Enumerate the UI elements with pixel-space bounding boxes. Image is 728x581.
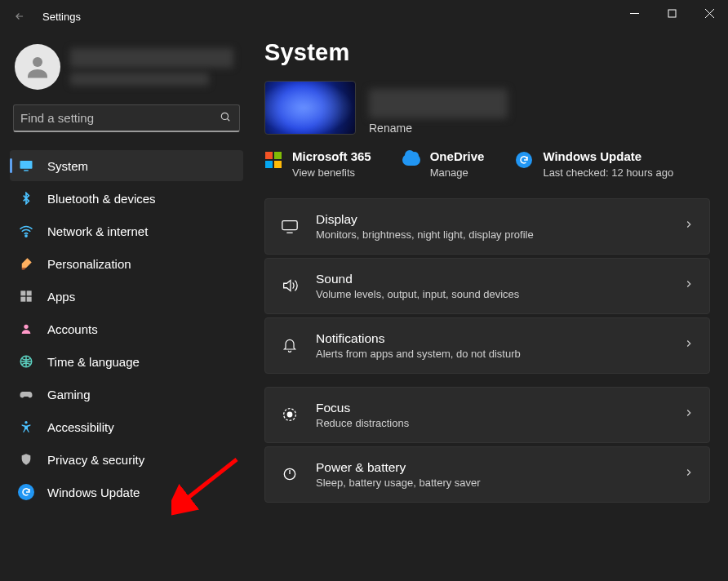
card-power[interactable]: Power & battery Sleep, battery usage, ba… (264, 446, 710, 503)
chevron-right-icon (683, 219, 695, 233)
svg-rect-4 (20, 161, 33, 169)
quick-title: Windows Update (543, 149, 673, 163)
svg-point-16 (287, 413, 292, 418)
chevron-right-icon (683, 467, 695, 481)
sidebar-item-label: Windows Update (47, 486, 140, 499)
gamepad-icon (18, 386, 34, 402)
sidebar-item-gaming[interactable]: Gaming (10, 379, 243, 410)
sidebar-item-label: Time & language (47, 355, 140, 369)
clock-globe-icon (18, 353, 34, 370)
focus-icon (280, 405, 300, 424)
quick-title: OneDrive (430, 149, 485, 163)
quick-windowsupdate[interactable]: Windows Update Last checked: 12 hours ag… (515, 149, 673, 180)
back-button[interactable] (11, 8, 28, 24)
microsoft-logo-icon (264, 151, 282, 169)
window-title: Settings (42, 11, 81, 23)
card-title: Notifications (316, 331, 667, 346)
sidebar-item-label: Bluetooth & devices (47, 192, 156, 206)
user-profile[interactable] (0, 44, 253, 104)
update-icon (18, 484, 34, 500)
sidebar-item-label: Personalization (47, 257, 131, 271)
card-title: Sound (316, 272, 667, 286)
search-input[interactable] (14, 111, 211, 125)
rename-link[interactable]: Rename (369, 122, 508, 135)
sound-icon (280, 276, 300, 295)
minimize-button[interactable] (615, 0, 653, 26)
quick-onedrive[interactable]: OneDrive Manage (402, 149, 485, 180)
user-email-redacted (70, 73, 209, 86)
device-name-redacted (369, 89, 508, 118)
card-title: Display (316, 212, 667, 227)
paintbrush-icon (18, 255, 34, 272)
quick-title: Microsoft 365 (292, 149, 371, 163)
card-display[interactable]: Display Monitors, brightness, night ligh… (264, 198, 710, 255)
svg-rect-10 (27, 297, 32, 302)
sidebar-item-time[interactable]: Time & language (10, 346, 243, 377)
person-icon (18, 321, 34, 337)
card-title: Focus (316, 401, 667, 415)
sidebar-item-personalization[interactable]: Personalization (10, 248, 243, 279)
sidebar-item-accessibility[interactable]: Accessibility (10, 411, 243, 442)
wifi-icon (18, 223, 34, 239)
svg-point-13 (24, 421, 27, 424)
quick-microsoft365[interactable]: Microsoft 365 View benefits (264, 149, 371, 180)
bluetooth-icon (18, 190, 34, 206)
search-box[interactable] (13, 104, 240, 132)
svg-rect-1 (668, 10, 676, 17)
accessibility-icon (18, 419, 34, 435)
svg-rect-7 (20, 290, 25, 295)
device-thumbnail (264, 81, 356, 135)
svg-point-11 (24, 325, 28, 329)
quick-sub: View benefits (292, 166, 371, 179)
sidebar-item-label: Gaming (47, 388, 91, 401)
sidebar-item-network[interactable]: Network & internet (10, 215, 243, 246)
chevron-right-icon (683, 407, 695, 422)
sidebar-item-bluetooth[interactable]: Bluetooth & devices (10, 183, 243, 214)
sidebar-item-label: Accessibility (47, 420, 114, 434)
sidebar-item-label: Accounts (47, 322, 98, 336)
svg-rect-9 (20, 297, 25, 302)
sidebar-item-apps[interactable]: Apps (10, 281, 243, 312)
device-block: Rename (264, 81, 710, 135)
card-sub: Sleep, battery usage, battery saver (316, 477, 667, 489)
sidebar-item-label: Network & internet (47, 224, 148, 238)
card-title: Power & battery (316, 460, 667, 475)
avatar (15, 44, 60, 90)
sidebar-item-label: Privacy & security (47, 453, 144, 467)
card-focus[interactable]: Focus Reduce distractions (264, 387, 710, 443)
page-heading: System (264, 39, 710, 66)
quick-sub: Last checked: 12 hours ago (543, 166, 673, 180)
sidebar-item-privacy[interactable]: Privacy & security (10, 444, 243, 475)
chevron-right-icon (683, 338, 695, 353)
onedrive-icon (402, 151, 420, 169)
sidebar-item-windowsupdate[interactable]: Windows Update (10, 477, 243, 508)
svg-rect-5 (24, 170, 29, 171)
apps-icon (18, 288, 34, 304)
sidebar-nav: System Bluetooth & devices Network & int… (0, 145, 253, 508)
card-sound[interactable]: Sound Volume levels, output, input, soun… (264, 258, 710, 314)
power-icon (280, 464, 300, 484)
sidebar-item-system[interactable]: System (10, 150, 243, 181)
close-button[interactable] (690, 0, 728, 26)
user-name-redacted (70, 48, 233, 68)
sidebar-item-label: Apps (47, 290, 75, 304)
sidebar-item-accounts[interactable]: Accounts (10, 313, 243, 344)
svg-rect-14 (282, 221, 297, 230)
svg-rect-8 (27, 290, 32, 295)
svg-point-6 (25, 235, 27, 237)
card-sub: Alerts from apps and system, do not dist… (316, 348, 667, 360)
shield-icon (18, 451, 34, 468)
svg-point-2 (33, 57, 42, 67)
display-icon (280, 216, 300, 236)
svg-point-3 (221, 113, 228, 119)
maximize-button[interactable] (653, 0, 690, 26)
card-sub: Monitors, brightness, night light, displ… (316, 228, 667, 241)
update-icon (515, 151, 533, 169)
card-sub: Volume levels, output, input, sound devi… (316, 288, 667, 300)
sidebar-item-label: System (47, 159, 88, 173)
card-sub: Reduce distractions (316, 417, 667, 429)
chevron-right-icon (683, 278, 695, 293)
card-notifications[interactable]: Notifications Alerts from apps and syste… (264, 317, 710, 374)
search-icon (211, 111, 239, 126)
monitor-icon (18, 157, 34, 174)
